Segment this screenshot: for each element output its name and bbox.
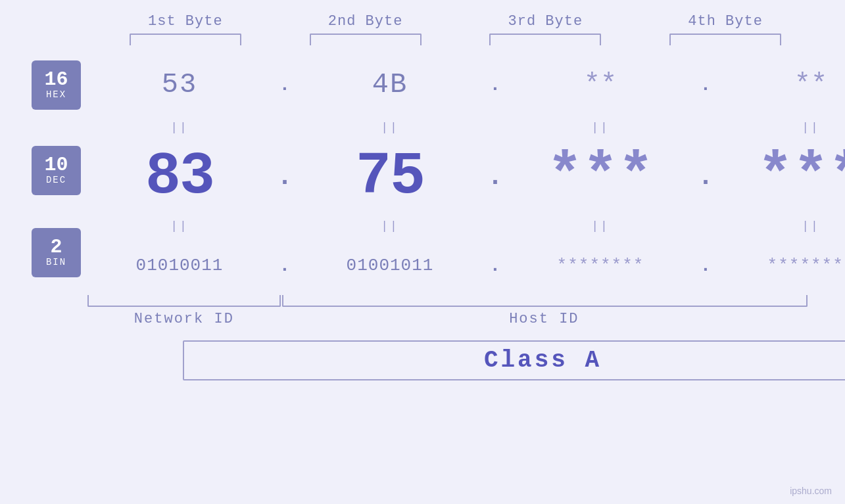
dec-row: 83 . 75 . *** . ***: [87, 137, 845, 216]
bin-b2-value: 01001011: [347, 256, 434, 275]
dec-b1-cell: 83: [87, 143, 272, 210]
bin-wrap: 2 BIN: [32, 223, 81, 282]
dec-badge: 10 DEC: [32, 146, 81, 195]
dec-b4-cell: ***: [719, 143, 845, 210]
hex-b1-value: 53: [162, 69, 197, 101]
hex-num: 16: [44, 70, 68, 89]
byte3-label: 3rd Byte: [508, 13, 583, 30]
hex-b3-cell: **: [508, 69, 692, 101]
hex-row: 53 . 4B . ** . **: [87, 52, 845, 118]
hex-dot1: .: [272, 75, 298, 95]
bin-b2-cell: 01001011: [298, 256, 482, 275]
bin-b3-cell: ********: [508, 256, 692, 275]
base-labels: 16 HEX 10 DEC 2 BIN: [32, 52, 81, 282]
dec-dot1: .: [272, 162, 298, 192]
hex-dot2: .: [482, 75, 508, 95]
byte1-bracket-top: [130, 34, 241, 45]
class-label: Class A: [484, 347, 602, 374]
bin-dot1: .: [272, 256, 298, 276]
hex-b3-value: **: [584, 69, 617, 101]
bin-b4-value: ********: [767, 256, 845, 275]
byte2-bracket-top: [310, 34, 422, 45]
sep2-2: ||: [298, 219, 482, 233]
sep1-1: ||: [87, 121, 272, 134]
sep-dec-bin: || || || ||: [87, 216, 845, 236]
sep2-3: ||: [508, 219, 692, 233]
byte2-label: 2nd Byte: [328, 13, 403, 30]
hex-b2-cell: 4B: [298, 69, 482, 101]
sep2-4: ||: [719, 219, 845, 233]
bin-b1-value: 01010011: [136, 256, 224, 275]
bin-b4-cell: ********: [719, 256, 845, 275]
bin-dot3: .: [692, 256, 719, 276]
hex-badge: 16 HEX: [32, 60, 81, 110]
dec-b1-value: 83: [145, 143, 214, 210]
sep1-4: ||: [719, 121, 845, 134]
dec-dot3: .: [692, 162, 719, 192]
byte4-label: 4th Byte: [688, 13, 763, 30]
byte-headers: 1st Byte 2nd Byte 3rd Byte 4th Byte: [95, 13, 815, 45]
byte-col-1: 1st Byte: [95, 13, 276, 45]
dec-b4-value: ***: [758, 143, 845, 210]
dec-name: DEC: [46, 175, 66, 185]
sep1-3: ||: [508, 121, 692, 134]
dec-wrap: 10 DEC: [32, 137, 81, 203]
bin-row: 01010011 . 01001011 . ******** .: [87, 236, 845, 295]
byte-col-2: 2nd Byte: [276, 13, 456, 45]
byte4-bracket-top: [669, 34, 781, 45]
hex-b4-cell: **: [719, 69, 845, 101]
sep-hex-dec: || || || ||: [87, 118, 845, 137]
dec-b3-value: ***: [547, 143, 654, 210]
byte-col-3: 3rd Byte: [456, 13, 636, 45]
hex-b4-value: **: [794, 69, 827, 101]
dec-num: 10: [44, 155, 68, 175]
host-bracket: [282, 295, 808, 307]
network-id-label: Network ID: [87, 311, 281, 327]
sep2-1: ||: [87, 219, 272, 233]
bin-name: BIN: [46, 257, 66, 267]
hex-dot3: .: [692, 75, 719, 95]
bottom-brackets: [87, 295, 808, 307]
watermark: ipshu.com: [790, 486, 832, 496]
byte-col-4: 4th Byte: [635, 13, 815, 45]
hex-b1-cell: 53: [87, 69, 272, 101]
bottom-section: Network ID Host ID: [87, 295, 808, 327]
byte3-bracket-top: [489, 34, 601, 45]
host-id-label: Host ID: [281, 311, 808, 327]
bin-b3-value: ********: [557, 256, 644, 275]
main-container: 1st Byte 2nd Byte 3rd Byte 4th Byte 16 H…: [0, 0, 845, 504]
hex-name: HEX: [46, 89, 66, 100]
sep-space-2: [32, 203, 81, 223]
hex-wrap: 16 HEX: [32, 52, 81, 118]
bottom-labels: Network ID Host ID: [87, 311, 808, 327]
bin-badge: 2 BIN: [32, 228, 81, 277]
dec-b2-value: 75: [356, 143, 424, 210]
bin-dot2: .: [482, 256, 508, 276]
class-row: Class A: [183, 340, 845, 380]
bin-num: 2: [50, 237, 62, 257]
dec-dot2: .: [482, 162, 508, 192]
hex-b2-value: 4B: [372, 69, 408, 101]
rows-area: 16 HEX 10 DEC 2 BIN: [0, 52, 845, 504]
sep1-2: ||: [298, 121, 482, 134]
dec-b2-cell: 75: [298, 143, 482, 210]
network-bracket: [87, 295, 281, 307]
byte1-label: 1st Byte: [148, 13, 223, 30]
bin-b1-cell: 01010011: [87, 256, 272, 275]
dec-b3-cell: ***: [508, 143, 692, 210]
content-area: 53 . 4B . ** . **: [87, 52, 845, 380]
sep-space-1: [32, 118, 81, 137]
